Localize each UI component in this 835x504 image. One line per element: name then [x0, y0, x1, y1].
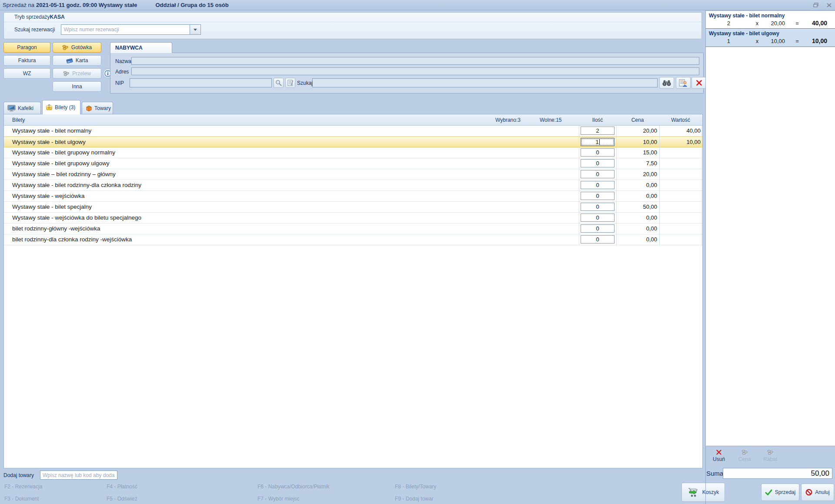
ticket-quantity-input[interactable]: 0	[581, 224, 615, 233]
buyer-clear-button[interactable]	[691, 77, 706, 89]
cart-action-label: Cena	[738, 456, 751, 462]
buyer-find-button[interactable]	[659, 77, 674, 89]
document-type-label: Faktura	[18, 57, 36, 63]
ticket-quantity-input[interactable]: 0	[581, 235, 615, 244]
ticket-price: 20,00	[618, 127, 657, 134]
ticket-row[interactable]: Wystawy stałe - bilet grupowy ulgowy 0 7…	[4, 158, 702, 169]
ticket-row[interactable]: bilet rodzinny-dla członka rodziny -wejś…	[4, 234, 702, 245]
add-product-input[interactable]	[40, 471, 117, 480]
search-icon	[275, 80, 282, 86]
cart-item-price: 20,00	[755, 20, 785, 27]
ticket-name: Wystawy stałe - bilet ulgowy	[12, 139, 86, 145]
ticket-row[interactable]: Wystawy stałe - wejściówka do biletu spe…	[4, 213, 702, 224]
sale-mode-header: Tryb sprzedażyKASA	[4, 13, 701, 22]
nip-registry-button[interactable]	[285, 78, 295, 88]
goods-icon	[86, 105, 92, 111]
ticket-quantity-input[interactable]: 1	[581, 138, 615, 146]
cancel-icon	[805, 489, 812, 496]
ticket-price: 0,00	[618, 214, 657, 221]
ticket-price: 0,00	[618, 225, 657, 232]
ticket-quantity-input[interactable]: 2	[581, 127, 615, 135]
cart-item[interactable]: Wystawy stałe - bilet normalny 2 x 20,00…	[706, 10, 835, 29]
payment-type-button-karta[interactable]: Karta	[53, 55, 101, 66]
payment-type-button-inna[interactable]: Inna	[53, 81, 101, 92]
cart-action-usuń[interactable]: Usuń	[707, 447, 731, 464]
sale-mode-value: KASA	[50, 14, 65, 20]
ticket-quantity-input[interactable]: 0	[581, 181, 615, 189]
ticket-name: Wystawy stałe - wejściówka	[12, 193, 84, 199]
buyer-contacts-button[interactable]	[676, 77, 691, 89]
text-caret	[599, 139, 600, 145]
ticket-row[interactable]: Wystawy stałe - wejściówka 0 0,00	[4, 191, 702, 202]
column-separator	[579, 126, 579, 246]
reservation-search-input[interactable]	[61, 24, 190, 35]
binoculars-icon	[662, 80, 671, 87]
selected-count: Wybrano:3	[495, 117, 521, 123]
ticket-row[interactable]: Wystawy stałe - bilet ulgowy 1 10,00 10,…	[4, 137, 702, 147]
cart-item-value: 40,00	[800, 20, 827, 27]
ticket-quantity-input[interactable]: 0	[581, 159, 615, 167]
ticket-quantity-input[interactable]: 0	[581, 203, 615, 211]
ticket-name: Wystawy stałe – bilet rodzinny – główny	[12, 171, 116, 177]
sell-button[interactable]: Sprzedaj	[761, 484, 799, 501]
buyer-tab[interactable]: NABYWCA	[110, 42, 172, 53]
ticket-name: Wystawy stałe - wejściówka do biletu spe…	[12, 214, 141, 221]
chevron-down-icon	[194, 29, 197, 31]
title-group: Oddział / Grupa do 15 osób	[155, 2, 228, 8]
cart-action-cena: Cena	[732, 447, 757, 464]
fkey-hint-f3: F3 - Dokument	[4, 496, 39, 502]
suma-value: 50,00	[723, 468, 832, 479]
ticket-row[interactable]: Wystawy stałe – bilet rodzinny – główny …	[4, 169, 702, 180]
fkey-hint-f5: F5 - Odśwież	[107, 496, 137, 502]
ticket-price: 20,00	[618, 171, 657, 177]
document-type-button-wz[interactable]: WZ	[3, 68, 50, 79]
buyer-nip-input[interactable]	[130, 78, 272, 87]
coins-icon	[741, 450, 748, 455]
ticket-quantity-input[interactable]: 0	[581, 170, 615, 178]
ticket-quantity-input[interactable]: 0	[581, 148, 615, 157]
clear-x-icon	[696, 80, 702, 86]
check-icon	[765, 489, 772, 496]
basket-button[interactable]: Koszyk	[681, 483, 725, 502]
contact-card-icon	[679, 79, 688, 87]
cart-icon	[688, 487, 700, 497]
title-prefix: Sprzedaż na	[3, 2, 34, 8]
tab-bilety-3-[interactable]: Bilety (3)	[42, 100, 80, 114]
ticket-row[interactable]: Wystawy stałe - bilet grupowy normalny 0…	[4, 147, 702, 158]
payment-type-label: Inna	[72, 83, 82, 90]
cancel-button[interactable]: Anuluj	[801, 484, 834, 501]
ticket-price: 0,00	[618, 193, 657, 199]
column-separator	[659, 126, 660, 246]
buyer-search-label: Szukaj	[297, 80, 313, 86]
ticket-row[interactable]: Wystawy stałe - bilet rodzinny-dla człon…	[4, 180, 702, 191]
close-window-icon[interactable]	[825, 2, 832, 8]
document-type-button-faktura[interactable]: Faktura	[3, 55, 50, 66]
ticket-row[interactable]: bilet rodzinny-główny -wejściówka 0 0,00	[4, 224, 702, 234]
ticket-row[interactable]: Wystawy stałe - bilet normalny 2 20,00 4…	[4, 126, 702, 137]
ticket-quantity-input[interactable]: 0	[581, 192, 615, 200]
nip-search-button[interactable]	[274, 78, 284, 88]
document-type-label: WZ	[23, 70, 31, 77]
tab-towary[interactable]: Towary	[82, 102, 113, 114]
buyer-address-input[interactable]	[131, 67, 699, 75]
document-type-button-paragon[interactable]: Paragon	[3, 42, 50, 53]
ticket-quantity-input[interactable]: 0	[581, 214, 615, 222]
cart-item[interactable]: Wystawy stałe - bilet ulgowy 1 x 10,00 =…	[706, 29, 835, 47]
reservation-dropdown-button[interactable]	[190, 24, 201, 35]
tab-label: Towary	[94, 105, 111, 111]
document-icon	[287, 80, 294, 86]
ticket-price: 50,00	[618, 204, 657, 210]
reservation-search-label: Szukaj rezerwacji	[14, 27, 55, 33]
value-header: Wartość	[661, 117, 701, 123]
buyer-search-input[interactable]	[312, 78, 658, 87]
tab-kafelki[interactable]: Kafelki	[3, 102, 41, 114]
ticket-row[interactable]: Wystawy stałe - bilet specjalny 0 50,00	[4, 202, 702, 213]
sell-button-label: Sprzedaj	[775, 489, 795, 495]
ticket-name: Wystawy stałe - bilet specjalny	[12, 204, 92, 210]
payment-type-button-przelew[interactable]: Przelew	[53, 68, 101, 79]
restore-window-icon[interactable]	[812, 2, 819, 8]
buyer-name-input[interactable]	[131, 57, 699, 65]
payment-type-button-gotówka[interactable]: Gotówka	[53, 42, 101, 53]
cart-item-name: Wystawy stałe - bilet ulgowy	[709, 30, 779, 37]
ticket-value: 10,00	[661, 139, 701, 145]
